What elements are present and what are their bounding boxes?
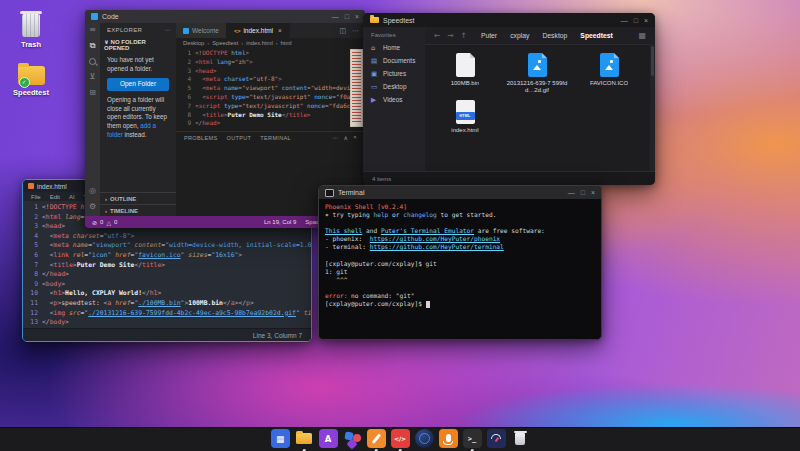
breadcrumb-item[interactable]: Speedtest xyxy=(580,32,612,39)
outline-section[interactable]: › OUTLINE xyxy=(100,192,176,204)
tab-index-html[interactable]: <>index.html× xyxy=(227,23,290,38)
terminal-output[interactable]: Phoenix Shell [v0.2.4]✶ try typing help … xyxy=(319,199,601,312)
sidebar-item-videos[interactable]: ▶Videos xyxy=(363,93,425,106)
forward-icon[interactable]: → xyxy=(447,31,453,40)
ellipsis-icon[interactable]: ⋯ xyxy=(332,134,338,141)
menu-ai[interactable]: AI xyxy=(69,194,75,200)
dock-terminal[interactable]: >_ xyxy=(463,429,482,448)
panel-actions: ⋯ ∧ × xyxy=(332,134,357,141)
minimize-icon[interactable]: — xyxy=(621,17,628,24)
maximize-icon[interactable]: □ xyxy=(345,13,349,20)
panel-up-icon[interactable]: ∧ xyxy=(343,134,348,141)
breadcrumb-item[interactable]: index.html xyxy=(246,40,272,46)
image-file-icon xyxy=(528,53,547,77)
terminal-line: [cxplay@puter.com/cxplay]$ git xyxy=(325,260,595,268)
grid-view-icon[interactable]: ▦ xyxy=(638,31,646,40)
breadcrumb-item[interactable]: Desktop xyxy=(542,32,567,39)
back-icon[interactable]: ← xyxy=(434,31,440,40)
dock-trash[interactable] xyxy=(511,429,530,448)
folder-icon xyxy=(370,17,379,23)
menu-icon[interactable]: ≡ xyxy=(89,26,96,34)
desktop-icon-speedtest[interactable]: ✓Speedtest xyxy=(6,66,56,97)
gear-icon[interactable]: ⚙ xyxy=(89,203,96,211)
vscode-code-area[interactable]: 1<!DOCTYPE html>2<html lang="zh">3<head>… xyxy=(176,47,365,131)
file-item[interactable]: 20131216-639-7 599fdd…2d.gif xyxy=(503,53,571,94)
panel-tab-problems[interactable]: PROBLEMS xyxy=(184,135,218,141)
line-number: 10 xyxy=(23,289,42,299)
dock-app-center[interactable]: A xyxy=(319,429,338,448)
search-icon[interactable] xyxy=(89,58,96,65)
split-editor-icon[interactable]: ◫ xyxy=(339,27,346,35)
account-icon[interactable]: ◎ xyxy=(89,187,96,195)
file-item[interactable]: 100MB.bin xyxy=(431,53,499,94)
menu-edit[interactable]: Edit xyxy=(50,194,60,200)
fm-scrollbar[interactable] xyxy=(650,44,655,172)
breadcrumb-item[interactable]: Speedtest xyxy=(212,40,238,46)
breadcrumb-item[interactable]: html xyxy=(281,40,292,46)
source-control-icon[interactable]: ⊻ xyxy=(90,73,96,81)
cursor-position[interactable]: Ln 19, Col 9 xyxy=(264,219,296,225)
taskbar: ▦A</>>_ xyxy=(0,427,800,451)
sidebar-item-home[interactable]: ⌂Home xyxy=(363,41,425,54)
breadcrumb-item[interactable]: Puter xyxy=(481,32,497,39)
panel-tab-terminal[interactable]: TERMINAL xyxy=(260,135,291,141)
dock-speedtest[interactable] xyxy=(487,429,506,448)
panel-tab-output[interactable]: OUTPUT xyxy=(227,135,252,141)
ellipsis-icon[interactable]: ⋯ xyxy=(352,27,359,35)
file-item[interactable]: FAVICON.ICO xyxy=(575,53,643,94)
file-name: 100MB.bin xyxy=(451,80,480,87)
minimap[interactable] xyxy=(350,49,363,127)
timeline-section[interactable]: › TIMELINE xyxy=(100,204,176,216)
close-icon[interactable]: × xyxy=(644,17,648,24)
home-icon: ⌂ xyxy=(371,44,379,52)
minimize-icon[interactable]: — xyxy=(332,13,339,20)
sidebar-item-pictures[interactable]: ▣Pictures xyxy=(363,67,425,80)
close-icon[interactable]: × xyxy=(278,27,282,34)
terminal-window: Terminal — □ × Phoenix Shell [v0.2.4]✶ t… xyxy=(318,185,602,340)
dock-browser[interactable] xyxy=(415,429,434,448)
extensions-icon[interactable]: ⊞ xyxy=(89,89,96,97)
scrollbar-thumb[interactable] xyxy=(651,46,654,76)
chevron-right-icon: › xyxy=(207,40,209,46)
breadcrumb-item[interactable]: Desktop xyxy=(183,40,204,46)
chevron-right-icon: › xyxy=(276,40,278,46)
terminal-titlebar[interactable]: Terminal — □ × xyxy=(319,186,601,199)
code-line: 6 <link rel="icon" href="favicon.ico" si… xyxy=(23,251,311,261)
tab-label: Welcome xyxy=(192,27,219,34)
error-icon[interactable]: ⊘ xyxy=(92,219,97,226)
window-controls: — □ × xyxy=(332,13,359,20)
ellipsis-icon[interactable]: ⋯ xyxy=(165,26,171,33)
pencil-icon xyxy=(372,433,381,443)
warning-icon[interactable]: △ xyxy=(106,219,111,226)
breadcrumb-item[interactable]: cxplay xyxy=(510,32,529,39)
dock-code[interactable]: </> xyxy=(391,429,410,448)
file-item[interactable]: HTMLindex.html xyxy=(431,100,499,134)
close-icon[interactable]: × xyxy=(353,134,357,141)
sidebar-item-documents[interactable]: ▤Documents xyxy=(363,54,425,67)
vscode-titlebar[interactable]: Code — □ × xyxy=(85,10,365,23)
fm-file-grid: 100MB.bin20131216-639-7 599fdd…2d.gifFAV… xyxy=(425,44,650,172)
close-icon[interactable]: × xyxy=(591,189,595,196)
line-number: 6 xyxy=(176,93,195,102)
dock-files[interactable] xyxy=(295,429,314,448)
menu-file[interactable]: File xyxy=(31,194,41,200)
favorites-header: Favorites xyxy=(363,30,425,41)
fm-titlebar[interactable]: Speedtest — □ × xyxy=(363,13,655,27)
explorer-section-header[interactable]: ∨ NO FOLDER OPENED xyxy=(100,36,176,53)
tab-welcome[interactable]: Welcome xyxy=(176,23,227,38)
line-number: 3 xyxy=(176,67,195,76)
html-file-icon xyxy=(28,183,34,189)
open-folder-button[interactable]: Open Folder xyxy=(107,78,169,91)
maximize-icon[interactable]: □ xyxy=(581,189,585,196)
minimize-icon[interactable]: — xyxy=(568,189,575,196)
dock-recorder[interactable] xyxy=(439,429,458,448)
explorer-icon[interactable]: ⧉ xyxy=(90,42,96,50)
close-icon[interactable]: × xyxy=(355,13,359,20)
dock-launcher[interactable]: ▦ xyxy=(271,429,290,448)
dock-dev-center[interactable] xyxy=(343,429,362,448)
maximize-icon[interactable]: □ xyxy=(634,17,638,24)
dock-editor[interactable] xyxy=(367,429,386,448)
sidebar-item-desktop[interactable]: ▭Desktop xyxy=(363,80,425,93)
up-icon[interactable]: ↑ xyxy=(461,31,467,40)
desktop-icon-trash[interactable]: Trash xyxy=(6,14,56,49)
